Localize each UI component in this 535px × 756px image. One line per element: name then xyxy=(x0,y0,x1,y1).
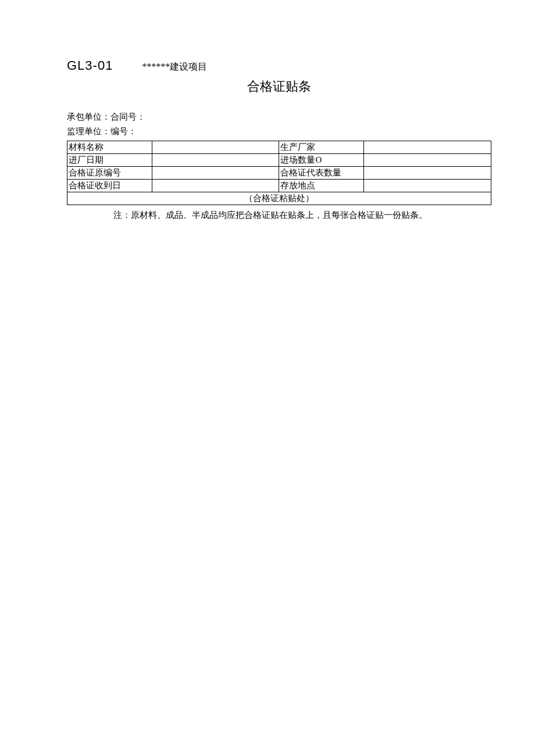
cert-orig-no-label: 合格证原编号 xyxy=(67,167,152,180)
contract-no-label: 合同号： xyxy=(110,112,145,121)
header-line: GL3-01 ******建设项目 xyxy=(67,58,491,73)
footer-note: 注：原材料、成品、半成品均应把合格证贴在贴条上，且每张合格证贴一份贴条。 xyxy=(67,210,491,221)
material-name-label: 材料名称 xyxy=(67,141,152,154)
manufacturer-value xyxy=(364,141,491,154)
cert-recv-date-value xyxy=(152,180,279,192)
main-table: 材料名称 生产厂家 进厂日期 进场数量O 合格证原编号 合格证代表数量 合格证收… xyxy=(67,141,491,205)
manufacturer-label: 生产厂家 xyxy=(279,141,364,154)
table-row: 合格证原编号 合格证代表数量 xyxy=(67,167,491,180)
table-row: 进厂日期 进场数量O xyxy=(67,154,491,167)
serial-no-label: 编号： xyxy=(110,127,137,136)
table-row: （合格证粘贴处） xyxy=(67,192,491,205)
entry-qty-value xyxy=(364,154,491,167)
entry-date-value xyxy=(152,154,279,167)
paste-area: （合格证粘贴处） xyxy=(67,192,491,205)
supervisor-info: 监理单位：编号： xyxy=(67,126,491,137)
entry-date-label: 进厂日期 xyxy=(67,154,152,167)
cert-rep-qty-label: 合格证代表数量 xyxy=(279,167,364,180)
entry-qty-label: 进场数量O xyxy=(279,154,364,167)
supervisor-label: 监理单位： xyxy=(67,127,110,136)
project-name: ******建设项目 xyxy=(142,61,207,73)
document-title: 合格证贴条 xyxy=(67,78,491,95)
document-page: GL3-01 ******建设项目 合格证贴条 承包单位：合同号： 监理单位：编… xyxy=(0,0,535,221)
cert-orig-no-value xyxy=(152,167,279,180)
form-code: GL3-01 xyxy=(67,58,113,73)
table-row: 合格证收到日 存放地点 xyxy=(67,180,491,192)
cert-recv-date-label: 合格证收到日 xyxy=(67,180,152,192)
storage-loc-value xyxy=(364,180,491,192)
material-name-value xyxy=(152,141,279,154)
contractor-info: 承包单位：合同号： xyxy=(67,112,491,123)
table-row: 材料名称 生产厂家 xyxy=(67,141,491,154)
contractor-label: 承包单位： xyxy=(67,112,110,121)
cert-rep-qty-value xyxy=(364,167,491,180)
storage-loc-label: 存放地点 xyxy=(279,180,364,192)
